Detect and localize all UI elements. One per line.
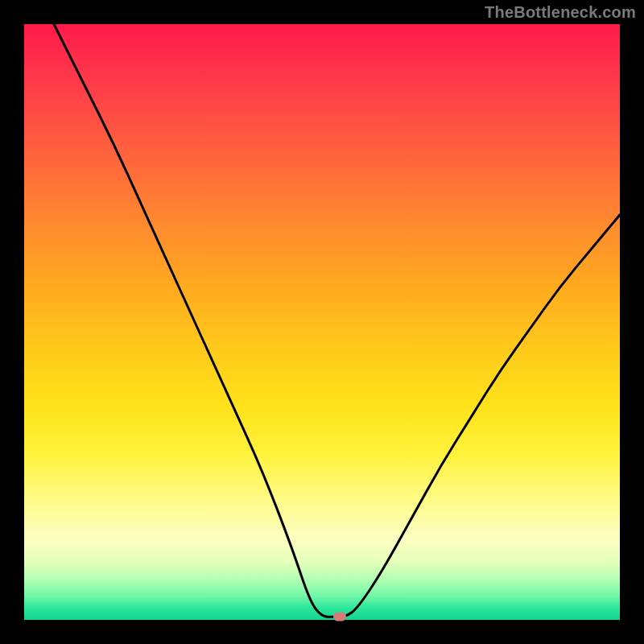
watermark-text: TheBottleneck.com xyxy=(485,3,636,22)
bottleneck-curve xyxy=(24,24,620,620)
plot-area xyxy=(24,24,620,620)
chart-frame: TheBottleneck.com xyxy=(0,0,644,644)
optimal-point-marker xyxy=(333,613,346,621)
